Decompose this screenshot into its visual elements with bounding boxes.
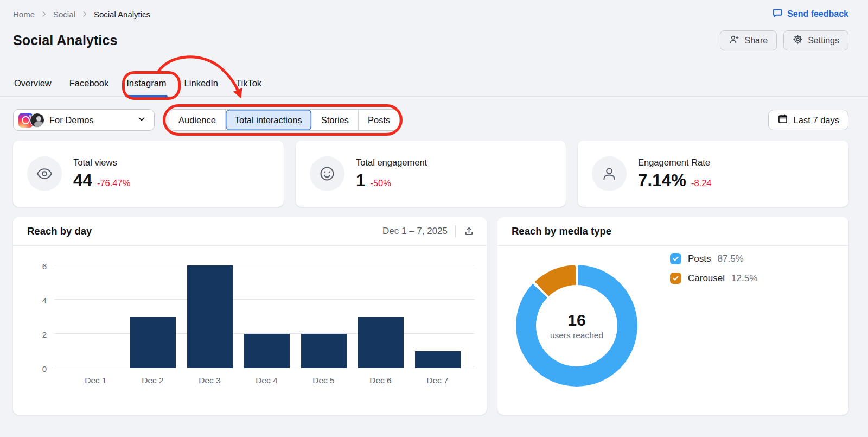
metric-value: 44 bbox=[73, 171, 92, 191]
date-range-label: Last 7 days bbox=[794, 115, 839, 125]
x-axis-label: Dec 2 bbox=[124, 376, 181, 385]
smiley-icon bbox=[310, 156, 344, 191]
controls-row: For Demos Audience Total interactions St… bbox=[13, 109, 848, 131]
breadcrumb-home[interactable]: Home bbox=[13, 10, 35, 19]
metric-card-total-views: Total views 44 -76.47% bbox=[13, 141, 284, 207]
tab-overview[interactable]: Overview bbox=[13, 78, 53, 96]
chart-title: Reach by day bbox=[27, 225, 92, 237]
account-name: For Demos bbox=[49, 115, 137, 125]
bar-slot bbox=[295, 265, 352, 368]
page-title: Social Analytics bbox=[13, 33, 117, 48]
bar[interactable] bbox=[130, 317, 176, 369]
active-tab-underline bbox=[125, 95, 167, 97]
metric-value: 7.14% bbox=[638, 171, 686, 191]
subtab-posts[interactable]: Posts bbox=[359, 110, 399, 130]
metric-label: Total engagement bbox=[356, 157, 427, 168]
legend-label: Carousel bbox=[688, 273, 725, 284]
send-feedback-label: Send feedback bbox=[787, 9, 848, 19]
settings-label: Settings bbox=[808, 36, 839, 46]
metric-delta: -76.47% bbox=[97, 178, 130, 188]
share-label: Share bbox=[744, 36, 768, 46]
settings-button[interactable]: Settings bbox=[783, 30, 848, 50]
tab-linkedin[interactable]: LinkedIn bbox=[183, 78, 219, 96]
legend-item-posts: Posts 87.5% bbox=[670, 253, 757, 264]
bar[interactable] bbox=[415, 351, 461, 369]
tab-facebook[interactable]: Facebook bbox=[68, 78, 110, 96]
send-feedback-link[interactable]: Send feedback bbox=[772, 8, 848, 21]
bar-slot bbox=[352, 265, 409, 368]
gear-icon bbox=[793, 34, 803, 47]
x-axis-label: Dec 4 bbox=[238, 376, 295, 385]
bar[interactable] bbox=[244, 334, 290, 368]
bar-chart-plot[interactable]: 0246 bbox=[54, 265, 475, 368]
bar-slot bbox=[67, 265, 124, 368]
legend-value: 12.5% bbox=[731, 273, 757, 284]
metric-card-engagement-rate: Engagement Rate 7.14% -8.24 bbox=[578, 141, 848, 207]
tab-instagram-label: Instagram bbox=[126, 78, 166, 88]
chart-title: Reach by media type bbox=[512, 225, 611, 237]
legend-item-carousel: Carousel 12.5% bbox=[670, 273, 757, 284]
donut-center: 16 users reached bbox=[536, 285, 617, 366]
bar-series bbox=[67, 265, 466, 368]
title-bar: Social Analytics Share Settings bbox=[13, 30, 848, 50]
account-selector[interactable]: For Demos bbox=[13, 109, 155, 131]
tab-tiktok[interactable]: TikTok bbox=[235, 78, 263, 96]
report-subtabs: Audience Total interactions Stories Post… bbox=[169, 109, 400, 131]
subtab-audience[interactable]: Audience bbox=[169, 110, 226, 130]
donut-center-label: users reached bbox=[550, 331, 603, 340]
metric-delta: -8.24 bbox=[691, 178, 712, 188]
reach-by-day-card: Reach by day Dec 1 – 7, 2025 0246 Dec 1D… bbox=[13, 217, 487, 415]
metric-label: Total views bbox=[73, 157, 130, 168]
donut-center-value: 16 bbox=[567, 311, 585, 330]
y-axis-tick: 4 bbox=[42, 295, 47, 305]
chart-date-range: Dec 1 – 7, 2025 bbox=[382, 226, 448, 237]
export-icon[interactable] bbox=[463, 226, 475, 237]
y-axis-tick: 6 bbox=[42, 261, 47, 270]
y-axis-tick: 0 bbox=[42, 364, 47, 373]
x-axis-label: Dec 3 bbox=[181, 376, 238, 385]
eye-icon bbox=[27, 156, 62, 191]
y-axis-tick: 2 bbox=[42, 330, 47, 339]
share-button[interactable]: Share bbox=[720, 30, 777, 50]
breadcrumb-social[interactable]: Social bbox=[53, 10, 75, 19]
feedback-bubble-icon bbox=[772, 8, 783, 21]
x-axis-label: Dec 1 bbox=[67, 376, 124, 385]
metric-label: Engagement Rate bbox=[638, 157, 712, 168]
x-axis-label: Dec 5 bbox=[295, 376, 352, 385]
metric-card-total-engagement: Total engagement 1 -50% bbox=[296, 141, 566, 207]
person-icon bbox=[592, 156, 627, 191]
chevron-right-icon bbox=[81, 10, 88, 18]
x-axis-label: Dec 7 bbox=[409, 376, 466, 385]
divider bbox=[455, 225, 456, 237]
legend-label: Posts bbox=[688, 254, 711, 264]
date-range-button[interactable]: Last 7 days bbox=[768, 110, 848, 130]
platform-tabs: Overview Facebook Instagram LinkedIn Tik… bbox=[0, 73, 868, 97]
bar-slot bbox=[124, 265, 181, 368]
bar-chart-x-labels: Dec 1Dec 2Dec 3Dec 4Dec 5Dec 6Dec 7 bbox=[67, 376, 466, 385]
bar[interactable] bbox=[187, 265, 233, 368]
donut-chart[interactable]: 16 users reached bbox=[516, 265, 637, 387]
legend-value: 87.5% bbox=[718, 254, 744, 264]
x-axis-label: Dec 6 bbox=[352, 376, 409, 385]
header-actions: Share Settings bbox=[720, 30, 848, 50]
reach-by-media-card: Reach by media type 16 users reached Pos… bbox=[497, 217, 848, 415]
metric-value: 1 bbox=[356, 171, 365, 191]
tab-instagram[interactable]: Instagram bbox=[125, 78, 167, 96]
person-plus-icon bbox=[729, 34, 739, 47]
metric-delta: -50% bbox=[370, 178, 391, 188]
breadcrumb: Home Social Social Analytics bbox=[13, 10, 150, 19]
bar-slot bbox=[181, 265, 238, 368]
chevron-down-icon bbox=[137, 114, 146, 126]
bar-slot bbox=[409, 265, 466, 368]
bar[interactable] bbox=[358, 317, 404, 369]
bar[interactable] bbox=[301, 334, 347, 368]
chevron-right-icon bbox=[40, 10, 48, 18]
legend-checkbox-posts[interactable] bbox=[670, 253, 681, 264]
bar-slot bbox=[238, 265, 295, 368]
account-avatar bbox=[30, 113, 44, 128]
breadcrumb-current: Social Analytics bbox=[94, 10, 150, 19]
top-bar: Home Social Social Analytics Send feedba… bbox=[13, 8, 848, 21]
subtab-stories[interactable]: Stories bbox=[312, 110, 359, 130]
subtab-total-interactions[interactable]: Total interactions bbox=[226, 110, 312, 130]
legend-checkbox-carousel[interactable] bbox=[670, 273, 681, 284]
